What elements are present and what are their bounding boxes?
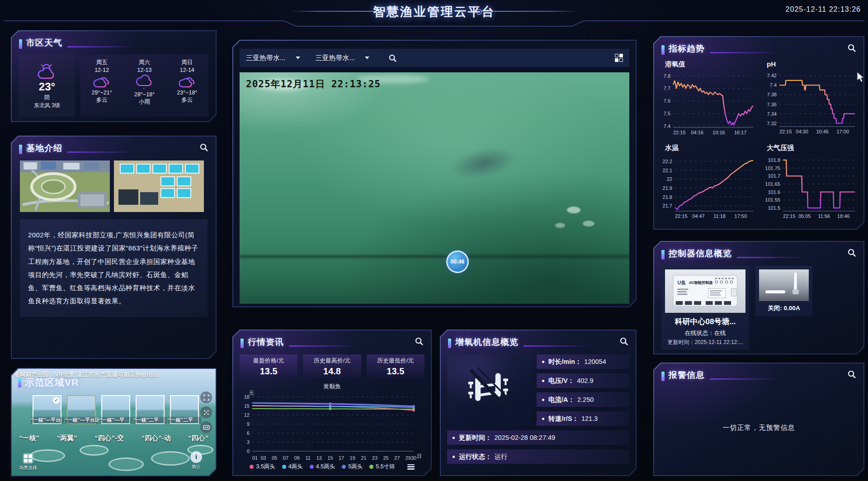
camera-select-2[interactable]: 三亚热带水... [316,54,370,62]
stat-label: 时长/min： [548,358,581,366]
clouds-icon [177,74,198,89]
search-icon[interactable] [847,248,856,257]
stat-highest-price: 历史最高价/元 14.8 [303,354,361,379]
svg-text:13: 13 [316,455,322,461]
vr-thumbnail[interactable]: ✓ “一核”—平台 [33,395,61,424]
bullet-icon [453,456,455,458]
legend-item[interactable]: 4.5两头 [310,463,335,471]
svg-text:16:17: 16:17 [734,130,747,135]
svg-text:7.4: 7.4 [664,123,670,129]
base-intro-title: 基地介绍 [26,142,62,154]
small-fish [583,221,594,226]
svg-text:22: 22 [667,176,672,182]
current-wind: 东北风 3级 [34,102,60,109]
search-icon[interactable] [847,370,856,379]
svg-text:10:45: 10:45 [816,129,829,134]
antenna-rod-horizontal [765,290,785,293]
svg-text:04:30: 04:30 [796,129,808,134]
controller-title: 控制器信息概览 [669,248,732,259]
intro-button[interactable]: i 简介 [190,451,202,470]
legend-dot [369,465,373,469]
svg-text:7.6: 7.6 [664,98,670,104]
vr-thumbnail[interactable]: “一核”—平 [101,395,130,424]
vr-tab[interactable]: “四心”-交 [94,434,124,443]
svg-text:7.5: 7.5 [664,111,670,116]
status-value: 运行 [495,453,508,461]
camera-select-1[interactable]: 三亚热带水... [246,54,300,62]
controller-device-graphic: U鱼 4G智能控制器 [667,270,744,312]
vr-thumbnail[interactable]: “一核”二平 [170,395,199,424]
svg-text:7.32: 7.32 [767,121,777,126]
trend-chart-title: 水温 [660,141,757,153]
forecast-condition: 多云 [181,96,193,104]
fish-silhouette [448,142,520,184]
alarm-message: 一切正常，无预警信息 [654,424,863,432]
video-timestamp-overlay: 2025年12月11日 22:13:25 [246,78,381,90]
vr-thumbnail-selected[interactable]: “一核”—平台区 [67,395,96,424]
playback-time-badge[interactable]: 00:46 [446,250,469,273]
legend-item[interactable]: 5两头 [342,463,363,471]
svg-text:7.34: 7.34 [767,111,777,117]
forecast-range: 28°~18° [134,91,155,98]
forecast-day: 周五 12-12 29°~21° 多云 [80,54,123,117]
title-accent-bar [18,378,21,387]
vr-thumbnail[interactable]: “一核”二平 [136,395,165,424]
camera-toolbar: 三亚热带水... 三亚热带水... [240,49,629,67]
vr-tab[interactable]: “两翼” [57,434,77,443]
legend-dot [250,465,254,469]
antenna-card[interactable]: 关闭: 0.00A [755,266,812,316]
search-icon[interactable] [847,43,856,52]
base-photo-campus[interactable] [20,160,110,212]
legend-item[interactable]: 5.5寸筛 [369,463,395,471]
price-chart-title: 黄颡鱼 [233,379,431,391]
svg-text:15: 15 [327,455,333,461]
trend-chart-title: 溶氧值 [660,57,757,70]
svg-text:22.1: 22.1 [663,168,672,173]
aerator-title: 增氧机信息概览 [455,336,519,348]
base-photo-ponds[interactable] [114,160,204,212]
antenna-photo [759,269,809,301]
aerator-stat-speed: 转速/r/S：121.3 [537,411,629,426]
chevron-down-icon [296,57,300,59]
tank-edge-line [240,255,629,258]
search-icon[interactable] [415,337,424,346]
trends-header: 指标趋势 [654,37,863,57]
series-list-icon[interactable] [407,464,415,470]
svg-text:7.36: 7.36 [767,102,777,107]
legend-dot [282,465,286,469]
svg-text:22:15: 22:15 [675,213,688,219]
title-underline [67,46,135,47]
chevron-down-icon [365,57,369,59]
hotspot-icon[interactable] [200,406,212,418]
camera-video-feed[interactable]: 2025年12月11日 22:13:25 00:46 [240,72,629,304]
weather-panel-header: 市区天气 [12,31,216,51]
legend-item[interactable]: 3.5两头 [250,463,275,471]
svg-text:0: 0 [247,448,250,454]
svg-text:29: 29 [406,455,411,461]
svg-text:11: 11 [305,455,310,461]
controller-device-card[interactable]: U鱼 4G智能控制器 [661,266,749,350]
search-icon[interactable] [619,337,628,346]
intro-label: 简介 [192,464,201,470]
vr-goggles-icon[interactable] [200,421,212,433]
title-accent-bar [661,45,665,55]
vr-tab[interactable]: “一核” [19,434,39,443]
search-icon[interactable] [199,143,208,152]
svg-text:101.75: 101.75 [765,165,780,171]
fullscreen-icon[interactable] [200,391,212,403]
legend-dot [310,465,314,469]
search-icon[interactable] [388,54,397,62]
legend-item[interactable]: 4两头 [282,463,303,471]
vr-thumbnail-caption: “一核”—平台区 [65,417,99,424]
scene-select-button[interactable]: 场景选择 [19,453,37,471]
vr-tab[interactable]: “四心” [188,434,208,443]
svg-text:101.5: 101.5 [768,205,780,211]
alarm-header: 报警信息 [654,363,863,383]
vr-tab[interactable]: “四心”-动 [142,434,171,443]
grid-icon [23,453,33,464]
forecast-range: 29°~21° [92,90,112,96]
svg-text:19: 19 [350,455,355,461]
svg-text:101.8: 101.8 [768,157,780,163]
forecast-date: 12-13 [137,67,152,73]
layout-grid-icon[interactable] [615,54,623,62]
